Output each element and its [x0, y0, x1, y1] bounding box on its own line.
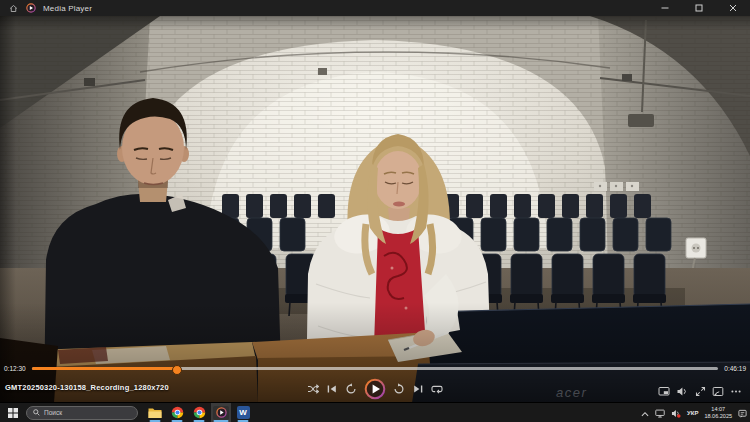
playback-controls: [307, 378, 443, 400]
shuffle-button[interactable]: [307, 383, 319, 395]
cast-button[interactable]: [712, 385, 724, 397]
more-options-button[interactable]: [730, 385, 742, 397]
close-button[interactable]: [716, 0, 750, 16]
browser-icon-2: [193, 406, 206, 419]
system-tray: УКР 14:07 18.06.2025: [641, 404, 750, 422]
secondary-controls: [658, 385, 742, 397]
player-controls-overlay: 0:12:30 0:46:19 GMT20250320-130158_Recor…: [0, 16, 750, 403]
skip-back-button[interactable]: [345, 383, 357, 395]
remaining-time: 0:46:19: [723, 365, 746, 372]
search-placeholder: Поиск: [44, 409, 62, 416]
miniplayer-button[interactable]: [658, 385, 670, 397]
taskbar: Поиск: [0, 402, 750, 422]
titlebar: Media Player: [0, 0, 750, 16]
start-button[interactable]: [0, 403, 26, 422]
notification-center-icon[interactable]: [738, 404, 747, 422]
taskbar-search[interactable]: Поиск: [26, 406, 138, 420]
seek-bar[interactable]: [32, 367, 718, 370]
timeline-row: 0:12:30 0:46:19: [0, 365, 750, 372]
fullscreen-button[interactable]: [694, 385, 706, 397]
repeat-button[interactable]: [431, 383, 443, 395]
maximize-button[interactable]: [682, 0, 716, 16]
start-icon: [8, 408, 18, 418]
media-filename: GMT20250320-130158_Recording_1280x720: [5, 383, 169, 392]
skip-forward-button[interactable]: [393, 383, 405, 395]
seek-thumb[interactable]: [172, 365, 182, 375]
media-player-app-icon: [26, 0, 36, 17]
window-title: Media Player: [43, 4, 92, 13]
word-icon: W: [237, 406, 250, 419]
progress-played: [32, 367, 176, 370]
volume-button[interactable]: [676, 385, 688, 397]
media-player-icon: [216, 407, 227, 418]
network-display-icon[interactable]: [655, 404, 665, 422]
home-icon[interactable]: [7, 2, 19, 14]
file-explorer-icon: [148, 407, 162, 419]
taskbar-clock[interactable]: 14:07 18.06.2025: [704, 406, 732, 419]
media-player-window: Media Player: [0, 0, 750, 422]
next-button[interactable]: [412, 383, 424, 395]
clock-date: 18.06.2025: [704, 413, 732, 420]
minimize-button[interactable]: [648, 0, 682, 16]
taskbar-browser-2[interactable]: [189, 403, 209, 422]
taskbar-media-player[interactable]: [211, 403, 231, 422]
volume-muted-icon[interactable]: [671, 404, 681, 422]
previous-button[interactable]: [326, 383, 338, 395]
hidden-icons-chevron-icon[interactable]: [641, 404, 649, 422]
language-indicator[interactable]: УКР: [687, 410, 698, 416]
taskbar-browser-1[interactable]: [167, 403, 187, 422]
browser-icon: [171, 406, 184, 419]
video-canvas[interactable]: acer 0:12:30: [0, 16, 750, 403]
search-icon: [33, 409, 40, 416]
elapsed-time: 0:12:30: [4, 365, 27, 372]
taskbar-file-explorer[interactable]: [145, 403, 165, 422]
taskbar-word[interactable]: W: [233, 403, 253, 422]
play-button[interactable]: [364, 378, 386, 400]
